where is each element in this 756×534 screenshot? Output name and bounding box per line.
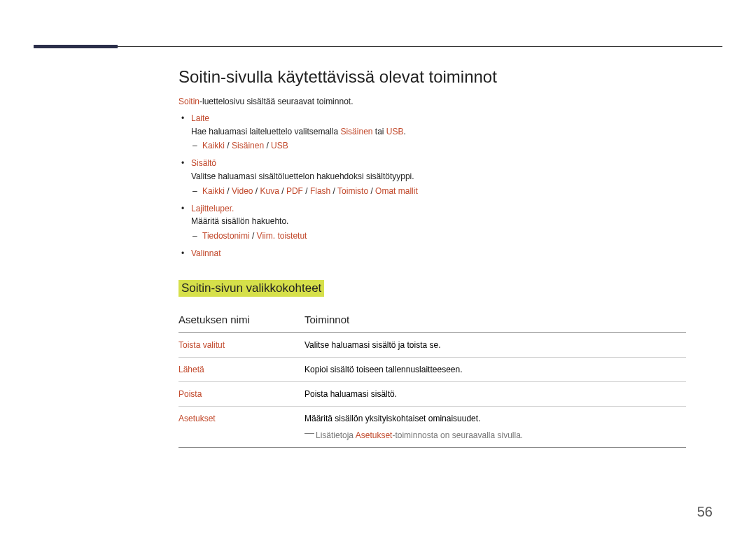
sub-option: Kaikki — [202, 141, 225, 150]
document-page: Soitin-sivulla käytettävissä olevat toim… — [0, 0, 756, 534]
separator: / — [368, 186, 375, 196]
content-area: Soitin-sivulla käytettävissä olevat toim… — [178, 67, 686, 448]
setting-func-text: Määritä sisällön yksityiskohtaiset omina… — [304, 414, 480, 423]
intro-highlight: Soitin — [178, 97, 200, 106]
feature-label: Lajitteluper. — [191, 204, 234, 213]
separator: / — [250, 231, 257, 241]
sub-option: Omat mallit — [375, 186, 418, 196]
feature-label: Sisältö — [191, 158, 216, 168]
sub-item: Tiedostonimi / Viim. toistetut — [202, 230, 686, 243]
subheading: Soitin-sivun valikkokohteet — [178, 280, 324, 297]
sub-option: Tiedostonimi — [202, 231, 250, 241]
note-dash-icon — [304, 433, 314, 434]
sub-option: Video — [232, 186, 253, 196]
setting-name: Toista valitut — [178, 332, 304, 357]
note-hl: Asetukset — [356, 430, 393, 440]
table-row: Toista valitut Valitse haluamasi sisältö… — [178, 332, 686, 357]
table-row: Asetukset Määritä sisällön yksityiskohta… — [178, 406, 686, 447]
col-header-func: Toiminnot — [304, 308, 686, 333]
separator: / — [225, 141, 232, 150]
setting-name: Poista — [178, 381, 304, 406]
intro-rest: -luettelosivu sisältää seuraavat toiminn… — [200, 97, 353, 106]
feature-desc-dot: . — [404, 127, 406, 136]
sub-option: Flash — [310, 186, 330, 196]
sub-item: Kaikki / Video / Kuva / PDF / Flash / To… — [202, 185, 686, 198]
note-post: -toiminnosta on seuraavalla sivulla. — [392, 430, 523, 440]
option-sisainen: Sisäinen — [340, 127, 372, 136]
setting-note: Lisätietoja Asetukset-toiminnosta on seu… — [304, 429, 683, 442]
page-title: Soitin-sivulla käytettävissä olevat toim… — [178, 67, 686, 87]
feature-list: Laite Hae haluamasi laiteluettelo valits… — [178, 112, 686, 260]
sub-item: Kaikki / Sisäinen / USB — [202, 139, 686, 153]
sub-list: Kaikki / Sisäinen / USB — [191, 139, 686, 153]
feature-item-sisalto: Sisältö Valitse haluamasi sisältöluettel… — [191, 157, 686, 197]
sub-option: USB — [271, 141, 288, 150]
feature-label: Valinnat — [191, 248, 220, 258]
feature-desc-mid: tai — [372, 127, 386, 136]
feature-desc: Määritä sisällön hakuehto. — [191, 216, 288, 226]
separator: / — [303, 186, 310, 196]
feature-label: Laite — [191, 113, 209, 123]
sub-option: Kuva — [260, 186, 279, 196]
option-usb: USB — [386, 127, 404, 136]
feature-item-laite: Laite Hae haluamasi laiteluettelo valits… — [191, 112, 686, 153]
setting-name: Asetukset — [178, 406, 304, 447]
separator: / — [225, 186, 232, 196]
feature-item-lajittelu: Lajitteluper. Määritä sisällön hakuehto.… — [191, 202, 686, 243]
sub-option: Kaikki — [202, 186, 225, 196]
sub-option: PDF — [286, 186, 303, 196]
sub-option: Sisäinen — [232, 141, 264, 150]
setting-func: Valitse haluamasi sisältö ja toista se. — [304, 332, 686, 357]
settings-table: Asetuksen nimi Toiminnot Toista valitut … — [178, 308, 686, 448]
table-header-row: Asetuksen nimi Toiminnot — [178, 308, 686, 333]
sub-option: Viim. toistetut — [257, 231, 307, 241]
sub-option: Toimisto — [337, 186, 368, 196]
sub-list: Tiedostonimi / Viim. toistetut — [191, 230, 686, 243]
setting-name: Lähetä — [178, 357, 304, 381]
table-row: Lähetä Kopioi sisältö toiseen tallennusl… — [178, 357, 686, 381]
intro-text: Soitin-luettelosivu sisältää seuraavat t… — [178, 97, 686, 106]
section-tab-marker — [34, 45, 118, 48]
separator: / — [264, 141, 271, 150]
feature-desc-pre: Hae haluamasi laiteluettelo valitsemalla — [191, 127, 340, 136]
feature-item-valinnat: Valinnat — [191, 247, 686, 260]
top-rule — [34, 46, 722, 47]
feature-desc: Valitse haluamasi sisältöluettelon hakue… — [191, 171, 414, 181]
sub-list: Kaikki / Video / Kuva / PDF / Flash / To… — [191, 185, 686, 198]
separator: / — [253, 186, 260, 196]
page-number: 56 — [697, 504, 713, 520]
note-pre: Lisätietoja — [316, 430, 356, 440]
separator: / — [330, 186, 337, 196]
setting-func: Kopioi sisältö toiseen tallennuslaittees… — [304, 357, 686, 381]
separator: / — [279, 186, 286, 196]
setting-func: Määritä sisällön yksityiskohtaiset omina… — [304, 406, 686, 447]
table-row: Poista Poista haluamasi sisältö. — [178, 381, 686, 406]
col-header-name: Asetuksen nimi — [178, 308, 304, 333]
setting-func: Poista haluamasi sisältö. — [304, 381, 686, 406]
